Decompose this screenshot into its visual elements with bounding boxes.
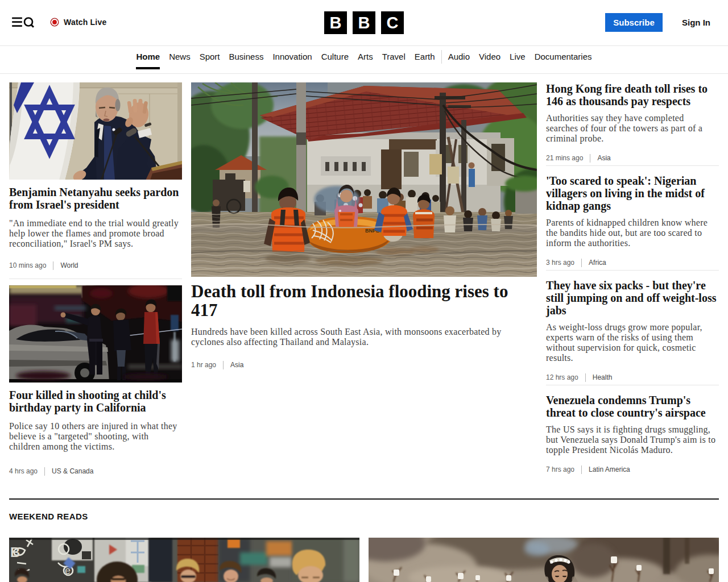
svg-text:B: B	[10, 544, 20, 560]
